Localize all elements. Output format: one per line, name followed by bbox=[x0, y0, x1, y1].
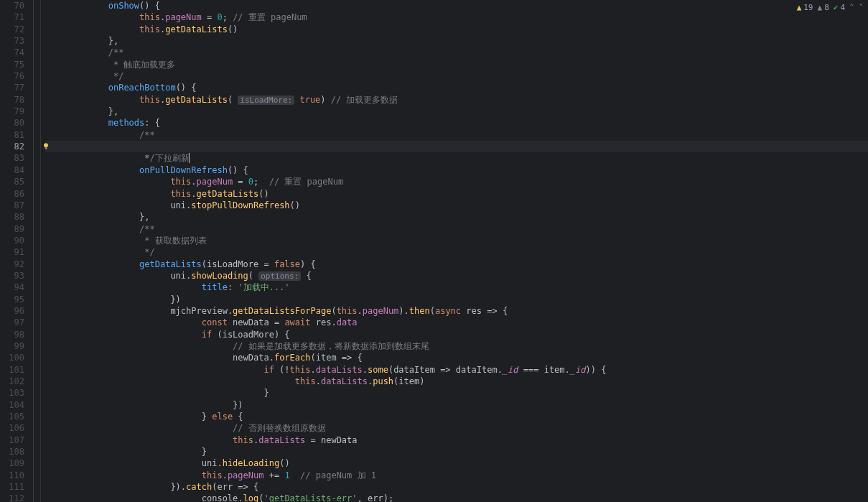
code-line[interactable]: onShow() { bbox=[40, 0, 868, 11]
code-line[interactable]: if (isLoadMore) { bbox=[40, 329, 868, 340]
line-number: 110 bbox=[0, 470, 24, 481]
line-number: 98 bbox=[0, 329, 24, 340]
code-text: const newData = await res.data bbox=[46, 317, 358, 327]
svg-rect-0 bbox=[45, 148, 47, 149]
code-line[interactable]: if (!this.dataLists.some(dataItem => dat… bbox=[40, 364, 868, 376]
line-number: 80 bbox=[0, 117, 24, 129]
intention-bulb-icon[interactable] bbox=[42, 142, 50, 151]
code-text: // 如果是加载更多数据，将新数据添加到数组末尾 bbox=[46, 341, 429, 351]
line-number: 109 bbox=[0, 457, 24, 469]
code-text: this.dataLists.push(item) bbox=[46, 376, 424, 386]
scrollbar-track[interactable] bbox=[859, 0, 868, 502]
inspection-down-icon[interactable]: ˅ bbox=[859, 3, 864, 12]
code-line[interactable]: this.getDataLists( isLoadMore: true) // … bbox=[40, 94, 868, 106]
code-line[interactable]: } bbox=[40, 446, 868, 457]
code-line[interactable]: }).catch(err => { bbox=[40, 481, 868, 493]
line-number: 95 bbox=[0, 294, 24, 305]
inspection-summary[interactable]: ▲ 19 ▲ 8 ✔ 4 ˄ ˅ bbox=[797, 3, 864, 12]
code-line[interactable]: uni.showLoading( options: { bbox=[40, 270, 868, 282]
code-line[interactable]: onPullDownRefresh() { bbox=[40, 164, 868, 176]
line-number: 86 bbox=[0, 188, 24, 200]
code-line[interactable]: this.pageNum += 1 // pageNum 加 1 bbox=[40, 470, 868, 481]
code-line[interactable]: * 获取数据列表 bbox=[40, 235, 868, 246]
code-text: this.getDataLists( isLoadMore: true) // … bbox=[46, 95, 398, 105]
code-text: methods: { bbox=[46, 118, 160, 128]
code-line[interactable]: // 如果是加载更多数据，将新数据添加到数组末尾 bbox=[40, 340, 868, 352]
code-text: /** bbox=[46, 130, 155, 140]
warnings-yellow-count: 19 bbox=[803, 3, 813, 12]
code-text: */ bbox=[46, 153, 155, 163]
code-text: this.pageNum = 0; // 重置 pageNum bbox=[46, 12, 307, 22]
current-line-highlight bbox=[46, 141, 868, 152]
code-text: // 否则替换数组原数据 bbox=[46, 423, 326, 433]
warnings-yellow[interactable]: ▲ 19 bbox=[797, 3, 813, 12]
typos-count: 4 bbox=[840, 3, 845, 12]
code-line[interactable]: } bbox=[40, 387, 868, 399]
code-line[interactable]: }, bbox=[40, 211, 868, 223]
code-text: onReachBottom() { bbox=[46, 83, 197, 93]
code-line[interactable]: /** bbox=[40, 129, 868, 141]
code-text: /** bbox=[46, 47, 123, 57]
code-line[interactable]: uni.stopPullDownRefresh() bbox=[40, 200, 868, 211]
code-line[interactable]: this.getDataLists() bbox=[40, 24, 868, 35]
line-number: 75 bbox=[0, 59, 24, 70]
code-area[interactable]: onShow() { this.pageNum = 0; // 重置 pageN… bbox=[40, 0, 868, 502]
line-number: 81 bbox=[0, 129, 24, 141]
typos-green[interactable]: ✔ 4 bbox=[834, 3, 845, 12]
code-line[interactable]: onReachBottom() { bbox=[40, 82, 868, 93]
code-text: uni.hideLoading() bbox=[46, 458, 290, 468]
code-text: this.dataLists = newData bbox=[46, 435, 358, 445]
code-text: uni.showLoading( options: { bbox=[46, 271, 312, 281]
line-number: 87 bbox=[0, 200, 24, 211]
weak-warning-icon: ▲ bbox=[818, 3, 823, 12]
code-line[interactable]: const newData = await res.data bbox=[40, 317, 868, 328]
code-text: * 触底加载更多 bbox=[46, 60, 175, 70]
code-line[interactable]: }) bbox=[40, 294, 868, 305]
code-line[interactable]: }, bbox=[40, 35, 868, 47]
code-text: }) bbox=[46, 294, 181, 305]
code-text: * 获取数据列表 bbox=[46, 236, 207, 246]
line-number: 88 bbox=[0, 211, 24, 223]
line-number: 72 bbox=[0, 24, 24, 35]
code-line[interactable]: this.pageNum = 0; // 重置 pageNum bbox=[40, 11, 868, 23]
code-line[interactable]: getDataLists(isLoadMore = false) { bbox=[40, 259, 868, 270]
warning-icon: ▲ bbox=[797, 3, 802, 12]
code-line[interactable]: methods: { bbox=[40, 117, 868, 129]
code-line[interactable]: } else { bbox=[40, 411, 868, 422]
code-line[interactable]: /** bbox=[40, 47, 868, 58]
code-text: /** bbox=[46, 224, 155, 234]
code-line[interactable]: * 下拉刷新 bbox=[40, 141, 868, 152]
code-line[interactable]: this.dataLists.push(item) bbox=[40, 376, 868, 387]
code-line[interactable]: this.getDataLists() bbox=[40, 188, 868, 200]
line-number: 106 bbox=[0, 422, 24, 434]
code-line[interactable]: title: '加载中...' bbox=[40, 282, 868, 293]
code-text: this.pageNum += 1 // pageNum 加 1 bbox=[46, 470, 376, 480]
code-text: mjchPreview.getDataListsForPage(this.pag… bbox=[46, 306, 508, 316]
code-line[interactable]: mjchPreview.getDataListsForPage(this.pag… bbox=[40, 305, 868, 317]
line-number: 99 bbox=[0, 340, 24, 352]
line-number: 76 bbox=[0, 70, 24, 82]
code-line[interactable]: */ bbox=[40, 70, 868, 82]
code-line[interactable]: uni.hideLoading() bbox=[40, 457, 868, 469]
line-number: 108 bbox=[0, 446, 24, 457]
code-line[interactable]: newData.forEach(item => { bbox=[40, 352, 868, 363]
code-line[interactable]: * 触底加载更多 bbox=[40, 59, 868, 70]
line-number: 104 bbox=[0, 399, 24, 411]
code-line[interactable]: this.pageNum = 0; // 重置 pageNum bbox=[40, 176, 868, 187]
fold-column[interactable] bbox=[32, 0, 40, 502]
line-number: 107 bbox=[0, 434, 24, 446]
inspection-up-icon[interactable]: ˄ bbox=[849, 3, 854, 12]
line-number: 70 bbox=[0, 0, 24, 11]
code-editor[interactable]: ▲ 19 ▲ 8 ✔ 4 ˄ ˅ 70717273747576777879808… bbox=[0, 0, 868, 502]
code-line[interactable]: this.dataLists = newData bbox=[40, 434, 868, 446]
code-line[interactable]: }, bbox=[40, 106, 868, 117]
code-line[interactable]: /** bbox=[40, 223, 868, 235]
code-line[interactable]: */ bbox=[40, 246, 868, 258]
code-line[interactable]: }) bbox=[40, 399, 868, 411]
code-line[interactable]: console.log('getDataLists-err', err); bbox=[40, 493, 868, 502]
line-number-gutter[interactable]: 7071727374757677787980818283848586878889… bbox=[0, 0, 32, 502]
warnings-weak[interactable]: ▲ 8 bbox=[818, 3, 829, 12]
code-line[interactable]: // 否则替换数组原数据 bbox=[40, 422, 868, 434]
typo-icon: ✔ bbox=[834, 3, 839, 12]
line-number: 102 bbox=[0, 376, 24, 387]
